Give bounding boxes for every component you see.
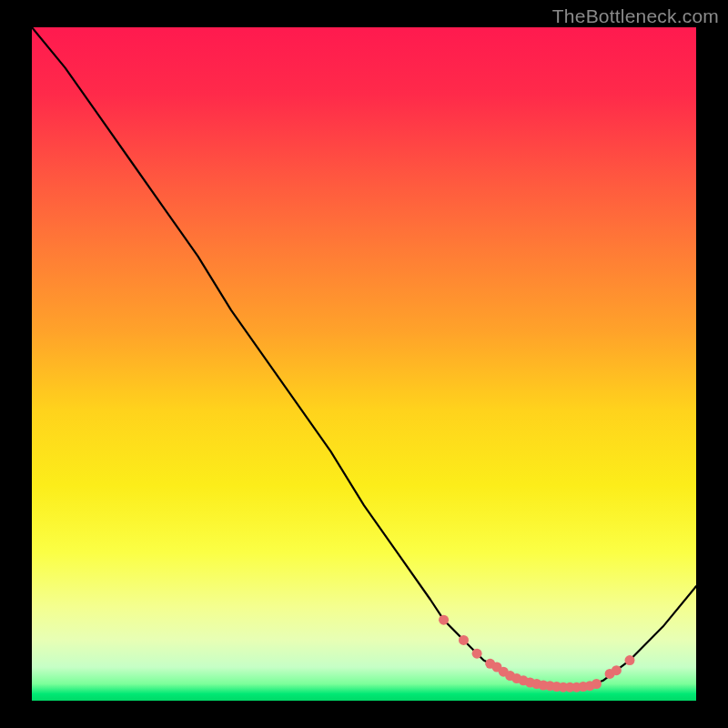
marker-point <box>592 679 602 689</box>
watermark-label: TheBottleneck.com <box>552 5 719 27</box>
marker-group <box>439 615 634 693</box>
plot-area <box>32 27 696 701</box>
chart-frame: TheBottleneck.com <box>0 0 728 728</box>
marker-point <box>625 655 635 665</box>
marker-point <box>472 649 482 659</box>
marker-point <box>439 615 449 625</box>
curve-line <box>32 27 696 687</box>
marker-point <box>459 635 469 645</box>
chart-svg <box>32 27 696 701</box>
marker-point <box>612 665 622 675</box>
